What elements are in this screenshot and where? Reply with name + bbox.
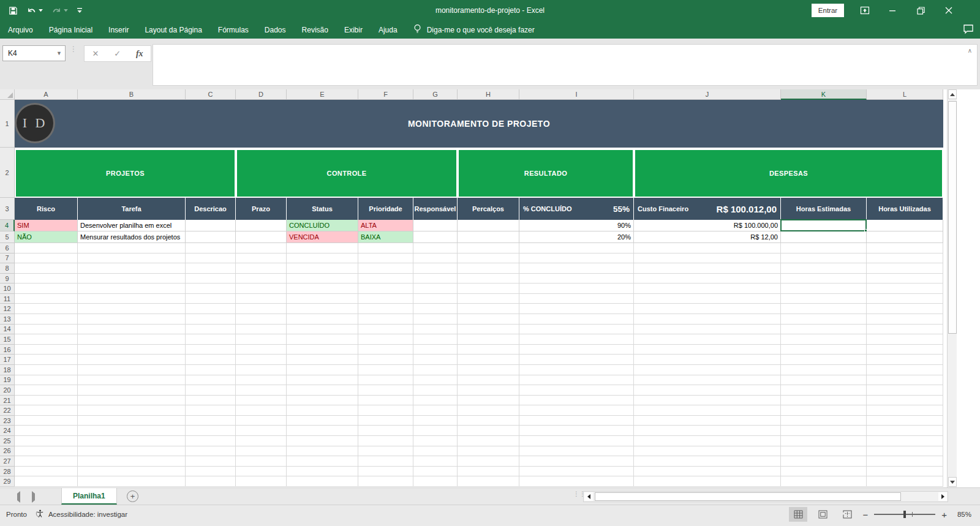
- row-header-13[interactable]: 13: [0, 314, 15, 325]
- cell-L4[interactable]: [867, 220, 943, 231]
- row-header-18[interactable]: 18: [0, 365, 15, 375]
- insert-function-icon[interactable]: fx: [136, 49, 143, 59]
- scroll-down-icon[interactable]: [948, 477, 957, 487]
- name-box[interactable]: K4 ▼: [2, 45, 66, 61]
- row-header-9[interactable]: 9: [0, 274, 15, 284]
- cell-D5[interactable]: [236, 231, 287, 243]
- cell-L5[interactable]: [867, 231, 943, 243]
- row-header-7[interactable]: 7: [0, 254, 15, 264]
- column-header-L[interactable]: L: [867, 89, 943, 100]
- column-header-J[interactable]: J: [634, 89, 781, 100]
- zoom-in-icon[interactable]: +: [941, 509, 947, 520]
- restore-icon[interactable]: [910, 0, 931, 21]
- scroll-up-icon[interactable]: [948, 89, 957, 99]
- row-header-2[interactable]: 2: [0, 148, 15, 198]
- horizontal-scrollbar[interactable]: [583, 491, 948, 502]
- column-header-K[interactable]: K: [781, 89, 867, 100]
- tab-exibir[interactable]: Exibir: [336, 21, 371, 39]
- selected-cell-K4[interactable]: [780, 219, 867, 231]
- column-header-E[interactable]: E: [287, 89, 358, 100]
- minimize-icon[interactable]: [882, 0, 903, 21]
- tab-pagina-inicial[interactable]: Página Inicial: [41, 21, 100, 39]
- row-header-1[interactable]: 1: [0, 100, 15, 148]
- cell-B4[interactable]: Desenvolver planilha em excel: [78, 220, 186, 231]
- row-header-10[interactable]: 10: [0, 284, 15, 294]
- tab-inserir[interactable]: Inserir: [100, 21, 137, 39]
- cell-A5[interactable]: NÃO: [15, 231, 78, 243]
- cell-F4[interactable]: ALTA: [358, 220, 413, 231]
- row-header-17[interactable]: 17: [0, 355, 15, 365]
- row-header-14[interactable]: 14: [0, 325, 15, 335]
- horizontal-scroll-thumb[interactable]: [595, 492, 901, 501]
- select-all-corner[interactable]: [0, 89, 15, 100]
- cell-E4[interactable]: CONCLUÍDO: [287, 220, 358, 231]
- close-icon[interactable]: [938, 0, 959, 21]
- row-header-15[interactable]: 15: [0, 334, 15, 345]
- new-sheet-icon[interactable]: +: [127, 490, 138, 502]
- vertical-scroll-thumb[interactable]: [948, 101, 957, 334]
- page-break-view-icon[interactable]: [838, 507, 856, 522]
- tab-revisao[interactable]: Revisão: [294, 21, 336, 39]
- row-header-3[interactable]: 3: [0, 198, 15, 220]
- zoom-slider-thumb[interactable]: [903, 511, 906, 518]
- tab-formulas[interactable]: Fórmulas: [210, 21, 257, 39]
- cell-I5[interactable]: 20%: [519, 231, 634, 243]
- row-header-22[interactable]: 22: [0, 405, 15, 416]
- row-header-5[interactable]: 5: [0, 231, 15, 243]
- sheet-tab-planilha1[interactable]: Planilha1: [61, 488, 117, 505]
- page-layout-view-icon[interactable]: [813, 507, 832, 522]
- tab-ajuda[interactable]: Ajuda: [371, 21, 405, 39]
- row-header-6[interactable]: 6: [0, 243, 15, 254]
- row-header-23[interactable]: 23: [0, 416, 15, 426]
- scroll-right-icon[interactable]: [938, 492, 947, 501]
- collapse-formula-bar-icon[interactable]: ∧: [968, 47, 972, 54]
- scroll-left-icon[interactable]: [584, 492, 593, 501]
- row-header-20[interactable]: 20: [0, 385, 15, 396]
- column-header-F[interactable]: F: [358, 89, 413, 100]
- row-header-19[interactable]: 19: [0, 375, 15, 386]
- undo-icon[interactable]: [26, 6, 43, 15]
- tab-arquivo[interactable]: Arquivo: [0, 21, 41, 39]
- column-header-I[interactable]: I: [519, 89, 634, 100]
- comment-icon[interactable]: [963, 24, 974, 37]
- cell-G5[interactable]: [413, 231, 458, 243]
- row-header-12[interactable]: 12: [0, 304, 15, 314]
- cell-C4[interactable]: [186, 220, 236, 231]
- ribbon-display-options-icon[interactable]: [854, 0, 875, 21]
- formula-bar-input[interactable]: ∧: [153, 44, 978, 86]
- normal-view-icon[interactable]: [789, 507, 807, 522]
- cell-D4[interactable]: [236, 220, 287, 231]
- cell-I4[interactable]: 90%: [519, 220, 634, 231]
- sign-in-button[interactable]: Entrar: [812, 4, 844, 17]
- save-icon[interactable]: [9, 6, 18, 15]
- customize-qat-icon[interactable]: [77, 7, 83, 13]
- row-header-8[interactable]: 8: [0, 263, 15, 274]
- accessibility-status[interactable]: Acessibilidade: investigar: [36, 509, 127, 519]
- cell-F5[interactable]: BAIXA: [358, 231, 413, 243]
- row-header-11[interactable]: 11: [0, 294, 15, 304]
- row-header-29[interactable]: 29: [0, 476, 15, 487]
- vertical-scrollbar[interactable]: [947, 89, 957, 487]
- row-header-24[interactable]: 24: [0, 426, 15, 436]
- row-header-16[interactable]: 16: [0, 345, 15, 355]
- column-header-G[interactable]: G: [413, 89, 458, 100]
- column-header-H[interactable]: H: [458, 89, 519, 100]
- row-header-27[interactable]: 27: [0, 456, 15, 467]
- zoom-slider[interactable]: [874, 514, 935, 515]
- name-box-dropdown-icon[interactable]: ▼: [56, 50, 62, 56]
- column-header-C[interactable]: C: [186, 89, 236, 100]
- row-header-4[interactable]: 4: [0, 220, 15, 231]
- column-header-B[interactable]: B: [78, 89, 186, 100]
- cell-H4[interactable]: [458, 220, 519, 231]
- cell-G4[interactable]: [413, 220, 458, 231]
- cell-K5[interactable]: [781, 231, 867, 243]
- cell-E5[interactable]: VENCIDA: [287, 231, 358, 243]
- cell-H5[interactable]: [458, 231, 519, 243]
- row-header-26[interactable]: 26: [0, 446, 15, 457]
- cell-J4[interactable]: R$ 100.000,00: [634, 220, 781, 231]
- row-header-21[interactable]: 21: [0, 396, 15, 406]
- tab-layout-da-pagina[interactable]: Layout da Página: [137, 21, 209, 39]
- cells-canvas[interactable]: MONITORAMENTO DE PROJETO I D PROJETOSCON…: [15, 100, 943, 487]
- cell-B5[interactable]: Mensurar resultados dos projetos: [78, 231, 186, 243]
- column-header-D[interactable]: D: [236, 89, 287, 100]
